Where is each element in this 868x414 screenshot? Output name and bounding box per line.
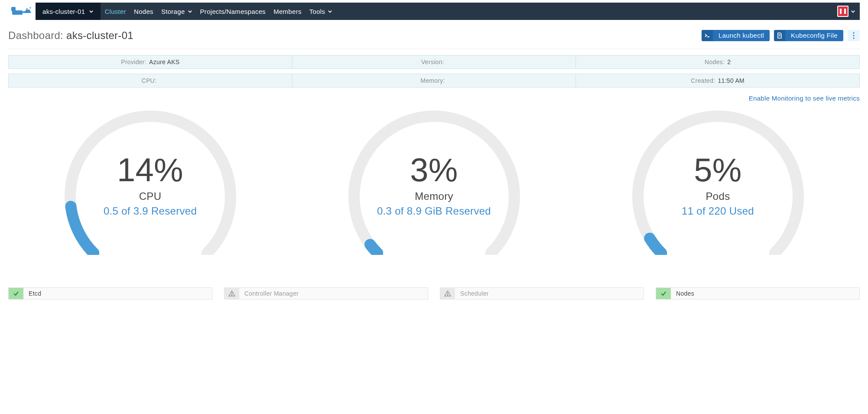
- gauge-pods-percent: 5%: [694, 151, 741, 189]
- rancher-logo[interactable]: [8, 3, 36, 20]
- gauge-cpu-name: CPU: [139, 190, 162, 202]
- cluster-dropdown-label: aks-cluster-01: [42, 8, 85, 15]
- health-nodes[interactable]: Nodes: [656, 287, 860, 300]
- gauge-pods: 5% Pods 11 of 220 Used: [576, 110, 860, 255]
- check-icon: [9, 288, 23, 299]
- info-row-2: CPU: Memory: Created:11:50 AM: [8, 74, 860, 88]
- warning-icon: [224, 288, 239, 299]
- chevron-down-icon: [328, 9, 332, 14]
- gauge-cpu: 14% CPU 0.5 of 3.9 Reserved: [8, 110, 292, 255]
- nav-projects[interactable]: Projects/Namespaces: [196, 3, 270, 20]
- svg-point-17: [447, 295, 448, 296]
- kebab-icon: [853, 32, 855, 39]
- chevron-down-icon: [851, 9, 855, 14]
- user-menu[interactable]: [833, 3, 860, 20]
- gauge-memory-percent: 3%: [410, 151, 458, 189]
- launch-kubectl-button[interactable]: Launch kubectl: [702, 30, 770, 41]
- avatar-icon: [837, 6, 848, 17]
- page-title: Dashboard: aks-cluster-01: [8, 29, 133, 42]
- info-row-1: Provider:Azure AKS Version: Nodes:2: [8, 55, 860, 69]
- more-actions-button[interactable]: [848, 30, 860, 41]
- svg-point-10: [853, 35, 854, 36]
- health-controller-manager[interactable]: Controller Manager: [224, 287, 428, 300]
- svg-point-11: [853, 37, 854, 39]
- gauge-cpu-percent: 14%: [117, 151, 183, 189]
- chevron-down-icon: [89, 9, 94, 14]
- svg-point-2: [26, 8, 27, 10]
- health-scheduler[interactable]: Scheduler: [440, 287, 644, 300]
- gauge-memory-name: Memory: [415, 190, 453, 202]
- cow-icon: [11, 6, 33, 16]
- nav-members[interactable]: Members: [270, 3, 306, 20]
- enable-monitoring-link[interactable]: Enable Monitoring to see live metrics: [8, 95, 860, 102]
- gauge-memory: 3% Memory 0.3 of 8.9 GiB Reserved: [292, 110, 576, 255]
- chevron-down-icon: [188, 9, 192, 14]
- svg-rect-1: [11, 7, 16, 11]
- terminal-icon: [702, 30, 713, 41]
- nav-cluster[interactable]: Cluster: [101, 3, 130, 20]
- gauge-pods-sub: 11 of 220 Used: [682, 205, 754, 217]
- warning-icon: [440, 288, 455, 299]
- gauge-memory-sub: 0.3 of 8.9 GiB Reserved: [377, 205, 491, 217]
- nav-nodes[interactable]: Nodes: [130, 3, 157, 20]
- gauge-cpu-sub: 0.5 of 3.9 Reserved: [104, 205, 197, 217]
- file-icon: [774, 30, 785, 41]
- svg-point-9: [853, 32, 854, 33]
- nav-tools[interactable]: Tools: [306, 3, 337, 20]
- cluster-dropdown[interactable]: aks-cluster-01: [36, 3, 101, 20]
- svg-marker-5: [24, 10, 31, 13]
- svg-point-14: [231, 295, 232, 296]
- gauge-pods-name: Pods: [706, 190, 730, 202]
- nav-storage[interactable]: Storage: [157, 3, 196, 20]
- svg-point-3: [29, 7, 31, 9]
- kubeconfig-file-button[interactable]: Kubeconfig File: [774, 30, 843, 41]
- health-etcd[interactable]: Etcd: [8, 287, 212, 300]
- check-icon: [656, 288, 671, 299]
